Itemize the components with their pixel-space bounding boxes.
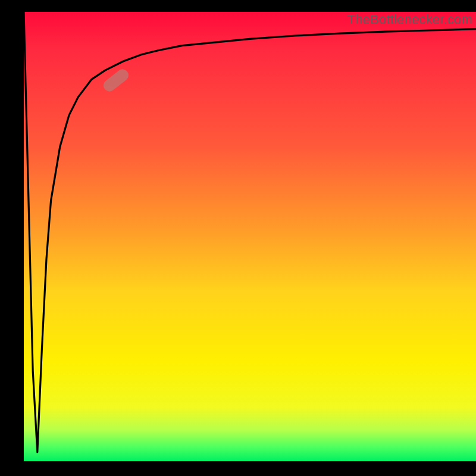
plot-area: TheBottlenecker.com bbox=[24, 12, 476, 461]
curve-path bbox=[24, 12, 476, 461]
chart-canvas: TheBottlenecker.com bbox=[0, 0, 476, 476]
